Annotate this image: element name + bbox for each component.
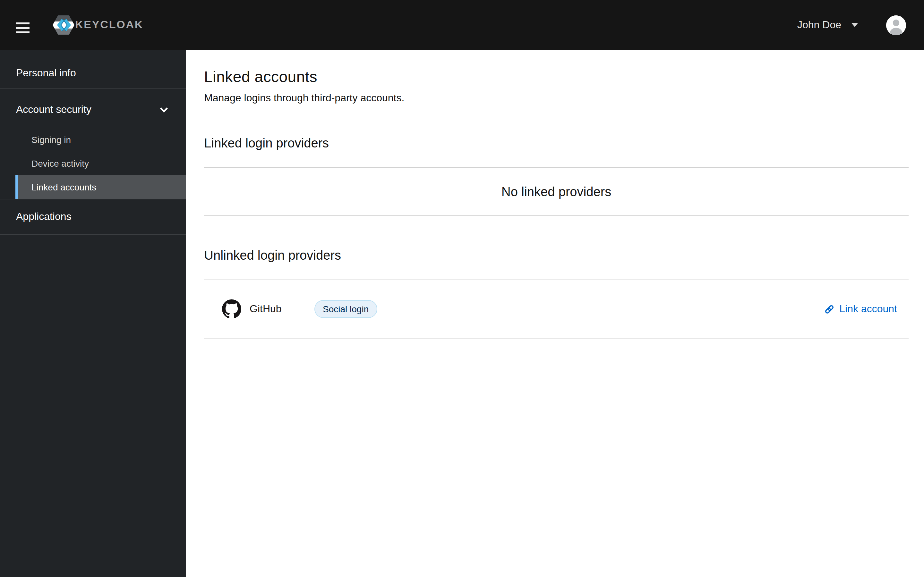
page-title: Linked accounts xyxy=(204,68,909,86)
github-icon xyxy=(222,300,241,319)
masthead: KEYCLOAK John Doe xyxy=(0,0,924,50)
account-security-subnav: Signing in Device activity Linked accoun… xyxy=(0,127,186,199)
masthead-right: John Doe xyxy=(797,15,906,35)
keycloak-brand[interactable]: KEYCLOAK xyxy=(53,15,144,35)
linked-providers-table: No linked providers xyxy=(204,167,909,216)
keycloak-logo-icon xyxy=(53,15,74,35)
avatar[interactable] xyxy=(886,15,906,35)
provider-cell: GitHub xyxy=(222,300,314,319)
sidebar: Personal info Account security Signing i… xyxy=(0,50,186,577)
user-menu-dropdown[interactable]: John Doe xyxy=(797,19,858,31)
sidebar-item-personal-info[interactable]: Personal info xyxy=(0,58,186,89)
page-description: Manage logins through third-party accoun… xyxy=(204,92,909,104)
caret-down-icon xyxy=(851,23,858,27)
sidebar-item-signing-in[interactable]: Signing in xyxy=(15,127,186,151)
sidebar-item-linked-accounts[interactable]: Linked accounts xyxy=(15,175,186,199)
sidebar-item-applications[interactable]: Applications xyxy=(0,199,186,234)
main-content: Linked accounts Manage logins through th… xyxy=(186,50,924,577)
link-account-button[interactable]: Link account xyxy=(824,303,897,315)
sidebar-item-label: Personal info xyxy=(16,67,76,79)
sidebar-item-label: Applications xyxy=(16,211,71,222)
action-cell: Link account xyxy=(824,303,897,315)
badge-cell: Social login xyxy=(314,300,824,318)
chevron-down-icon xyxy=(160,107,168,113)
nav-toggle-button[interactable] xyxy=(16,17,29,33)
sidebar-item-account-security[interactable]: Account security xyxy=(0,92,186,127)
provider-name: GitHub xyxy=(250,303,282,315)
app-root: KEYCLOAK John Doe Personal info xyxy=(0,0,924,577)
user-name: John Doe xyxy=(797,19,841,31)
link-chain-icon xyxy=(824,303,835,314)
unlinked-providers-section: Unlinked login providers GitHub Social l… xyxy=(204,248,909,338)
sidebar-nav: Personal info Account security Signing i… xyxy=(0,50,186,235)
sidebar-item-device-activity[interactable]: Device activity xyxy=(15,151,186,175)
link-account-label: Link account xyxy=(839,303,897,315)
avatar-placeholder-icon xyxy=(886,15,906,35)
empty-state-text: No linked providers xyxy=(204,168,909,215)
brand-text: KEYCLOAK xyxy=(75,19,144,31)
social-login-badge: Social login xyxy=(314,300,377,318)
unlinked-providers-heading: Unlinked login providers xyxy=(204,248,909,263)
linked-providers-section: Linked login providers No linked provide… xyxy=(204,136,909,216)
unlinked-providers-table: GitHub Social login xyxy=(204,279,909,338)
provider-row: GitHub Social login xyxy=(204,280,909,338)
sidebar-item-label: Account security xyxy=(16,104,91,115)
linked-providers-heading: Linked login providers xyxy=(204,136,909,151)
hamburger-icon xyxy=(16,23,29,33)
